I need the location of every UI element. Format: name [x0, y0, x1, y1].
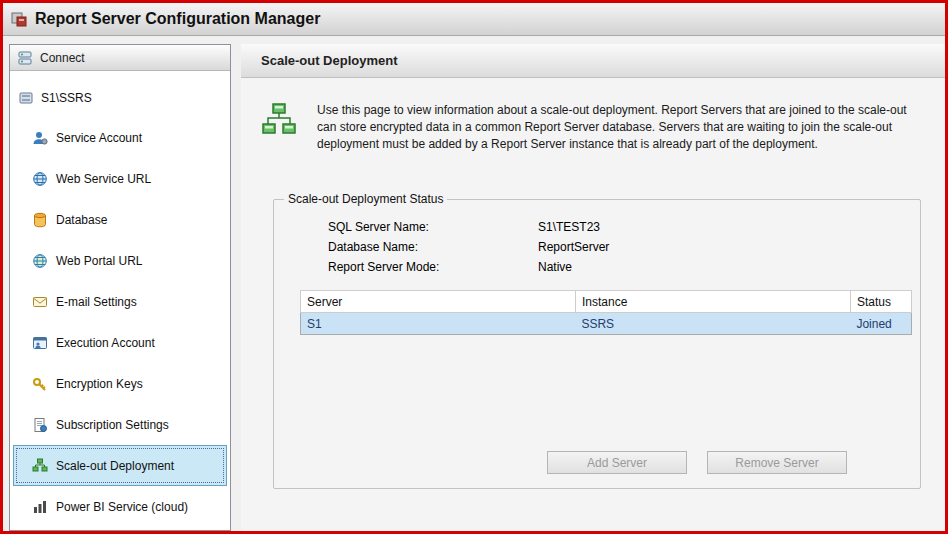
report-server-mode-label: Report Server Mode: [328, 260, 538, 274]
subscription-settings-icon [32, 417, 48, 433]
page-description: Use this page to view information about … [317, 102, 921, 152]
sql-server-name-label: SQL Server Name: [328, 220, 538, 234]
database-name-value: ReportServer [538, 240, 912, 254]
sidebar-item-label: Database [56, 213, 107, 227]
sidebar-item-email-settings[interactable]: E-mail Settings [10, 281, 230, 322]
add-server-button[interactable]: Add Server [547, 451, 687, 474]
sidebar-item-label: Web Portal URL [56, 254, 142, 268]
scale-out-deployment-icon [261, 102, 297, 142]
window-titlebar: Report Server Configuration Manager [3, 3, 945, 36]
power-bi-icon [32, 499, 48, 515]
email-settings-icon [32, 294, 48, 310]
sidebar-item-label: Subscription Settings [56, 418, 169, 432]
sidebar-item-scale-out-deployment[interactable]: Scale-out Deployment [13, 445, 227, 486]
sidebar-nav: Service Account Web Service URL Database [10, 117, 230, 530]
table-header-row: Server Instance Status [301, 291, 912, 313]
table-row[interactable]: S1 SSRS Joined [301, 313, 912, 335]
button-row: Add Server Remove Server [300, 451, 847, 474]
main-panel: Scale-out Deployment Use this page to vi… [241, 44, 945, 531]
sidebar-item-label: Web Service URL [56, 172, 151, 186]
sidebar-item-subscription-settings[interactable]: Subscription Settings [10, 404, 230, 445]
sidebar-item-label: Scale-out Deployment [56, 459, 174, 473]
database-name-label: Database Name: [328, 240, 538, 254]
sidebar-item-database[interactable]: Database [10, 199, 230, 240]
service-account-icon [32, 130, 48, 146]
page-content: Use this page to view information about … [241, 78, 945, 531]
execution-account-icon [32, 335, 48, 351]
window-title: Report Server Configuration Manager [35, 10, 320, 28]
cell-instance: SSRS [575, 313, 850, 335]
sidebar-item-label: Power BI Service (cloud) [56, 500, 188, 514]
sidebar-item-power-bi-service[interactable]: Power BI Service (cloud) [10, 486, 230, 527]
web-service-url-icon [32, 171, 48, 187]
sidebar-item-label: Encryption Keys [56, 377, 143, 391]
connect-button[interactable]: Connect [10, 45, 230, 71]
scale-out-status-group: Scale-out Deployment Status SQL Server N… [273, 192, 921, 489]
scale-out-icon [32, 458, 48, 474]
connect-icon [17, 50, 33, 66]
page-title: Scale-out Deployment [261, 53, 398, 68]
server-icon [18, 90, 34, 106]
cell-status: Joined [850, 313, 911, 335]
app-icon [11, 11, 27, 27]
sidebar-item-encryption-keys[interactable]: Encryption Keys [10, 363, 230, 404]
sidebar-item-execution-account[interactable]: Execution Account [10, 322, 230, 363]
description-row: Use this page to view information about … [261, 102, 921, 152]
column-header-instance[interactable]: Instance [575, 291, 850, 313]
report-server-mode-value: Native [538, 260, 912, 274]
connect-label: Connect [40, 51, 85, 65]
encryption-keys-icon [32, 376, 48, 392]
sql-server-name-value: S1\TEST23 [538, 220, 912, 234]
servers-table: Server Instance Status S1 SSRS Joined [300, 290, 912, 335]
report-server-config-window: Report Server Configuration Manager Conn… [0, 0, 948, 534]
page-header: Scale-out Deployment [241, 44, 945, 78]
column-header-status[interactable]: Status [850, 291, 911, 313]
sidebar-item-web-portal-url[interactable]: Web Portal URL [10, 240, 230, 281]
column-header-server[interactable]: Server [301, 291, 576, 313]
database-icon [32, 212, 48, 228]
sidebar-item-web-service-url[interactable]: Web Service URL [10, 158, 230, 199]
group-title: Scale-out Deployment Status [284, 192, 447, 206]
sidebar-item-service-account[interactable]: Service Account [10, 117, 230, 158]
sidebar-item-label: Service Account [56, 131, 142, 145]
sidebar-item-label: E-mail Settings [56, 295, 137, 309]
sidebar-item-label: Execution Account [56, 336, 155, 350]
sidebar: Connect S1\SSRS Service Account [9, 44, 231, 531]
cell-server: S1 [301, 313, 576, 335]
server-node[interactable]: S1\SSRS [10, 87, 230, 109]
server-node-label: S1\SSRS [41, 91, 92, 105]
web-portal-url-icon [32, 253, 48, 269]
remove-server-button[interactable]: Remove Server [707, 451, 847, 474]
status-fields: SQL Server Name: S1\TEST23 Database Name… [328, 220, 912, 274]
